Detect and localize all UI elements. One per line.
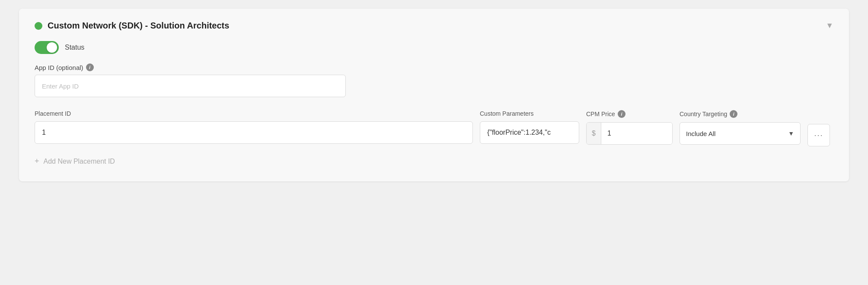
cpm-info-icon[interactable]: i	[618, 110, 625, 118]
cpm-dollar-prefix: $	[587, 123, 601, 144]
network-status-dot	[35, 22, 42, 30]
country-info-icon[interactable]: i	[730, 110, 737, 118]
add-placement-row[interactable]: + Add New Placement ID	[35, 157, 833, 166]
country-chevron-icon: ▼	[788, 130, 794, 137]
app-id-section: App ID (optional) i	[35, 63, 833, 97]
placement-section: Placement ID Custom Parameters CPM Price…	[35, 110, 833, 166]
custom-parameters-col: Custom Parameters	[480, 110, 579, 144]
status-toggle[interactable]	[35, 41, 59, 54]
cpm-price-col: CPM Price i $	[586, 110, 673, 145]
app-id-label-text: App ID (optional)	[35, 64, 83, 71]
add-placement-label: Add New Placement ID	[44, 158, 115, 165]
custom-parameters-label: Custom Parameters	[480, 110, 533, 117]
country-targeting-header: Country Targeting i	[680, 110, 801, 118]
app-id-input[interactable]	[35, 75, 346, 97]
network-card: Custom Network (SDK) - Solution Architec…	[19, 9, 849, 181]
cpm-wrapper: $	[586, 122, 673, 145]
network-title: Custom Network (SDK) - Solution Architec…	[48, 21, 229, 31]
custom-parameters-header: Custom Parameters	[480, 110, 579, 117]
toggle-track	[35, 41, 59, 54]
status-toggle-row: Status	[35, 41, 833, 54]
country-targeting-select[interactable]: Include All ▼	[680, 122, 801, 145]
country-targeting-label: Country Targeting	[680, 111, 727, 117]
app-id-info-icon[interactable]: i	[86, 63, 94, 71]
placement-id-header: Placement ID	[35, 110, 473, 117]
country-targeting-col: Country Targeting i Include All ▼	[680, 110, 801, 145]
placement-id-input[interactable]	[35, 121, 473, 144]
toggle-thumb	[47, 42, 57, 53]
status-label: Status	[65, 44, 84, 51]
more-options-button[interactable]: ···	[807, 124, 830, 146]
custom-parameters-input[interactable]	[480, 121, 579, 144]
cpm-price-input[interactable]	[601, 123, 673, 144]
header-row: Custom Network (SDK) - Solution Architec…	[35, 21, 833, 31]
cpm-price-header: CPM Price i	[586, 110, 673, 118]
placement-columns: Placement ID Custom Parameters CPM Price…	[35, 110, 833, 146]
more-button-col: ···	[807, 110, 833, 146]
header-left: Custom Network (SDK) - Solution Architec…	[35, 21, 229, 31]
placement-id-label: Placement ID	[35, 110, 71, 117]
country-targeting-value: Include All	[686, 130, 788, 137]
cpm-price-label: CPM Price	[586, 111, 615, 117]
app-id-label: App ID (optional) i	[35, 63, 833, 71]
add-placement-icon: +	[35, 157, 39, 166]
collapse-icon[interactable]: ▼	[826, 21, 833, 30]
placement-id-col: Placement ID	[35, 110, 473, 144]
